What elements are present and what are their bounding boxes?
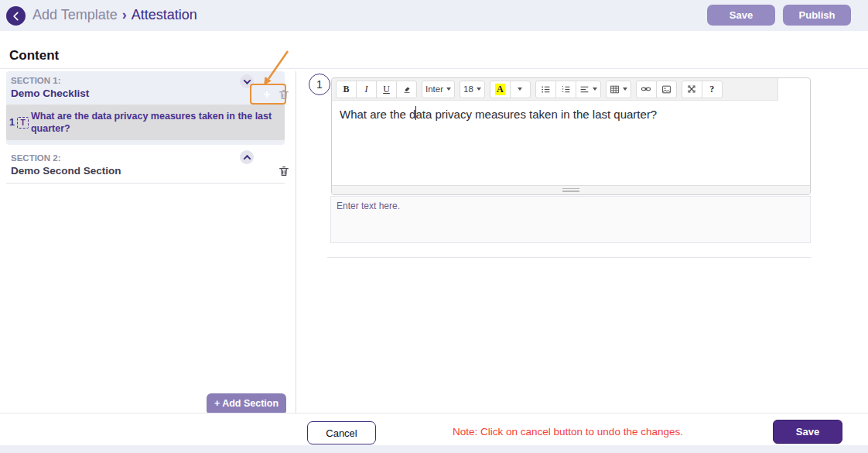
question-item[interactable]: 1 T What are the data privacy measures t…	[6, 105, 285, 140]
caret-down-icon	[623, 88, 627, 91]
text-cursor	[415, 106, 416, 120]
font-color-button[interactable]: A	[490, 81, 511, 98]
font-family-group: Inter	[422, 81, 455, 98]
font-family-dropdown[interactable]: Inter	[422, 81, 455, 98]
editor-divider	[327, 257, 811, 258]
caret-down-icon	[593, 88, 597, 91]
font-family-value: Inter	[425, 84, 443, 94]
font-size-group: 18	[460, 81, 485, 98]
align-left-icon	[579, 84, 589, 94]
fullscreen-button[interactable]	[682, 81, 702, 98]
caret-down-icon	[477, 88, 481, 91]
editor-content[interactable]: What are the data privacy measures taken…	[332, 101, 810, 187]
font-color-dropdown[interactable]	[510, 81, 531, 98]
bold-button[interactable]: B	[336, 81, 357, 98]
section-card-2: SECTION 2: Demo Second Section	[6, 149, 285, 184]
footer-note: Note: Click on cancel button to undo the…	[453, 426, 683, 438]
help-button[interactable]: ?	[702, 81, 723, 98]
table-icon	[610, 84, 620, 94]
section-1-name: Demo Checklist	[11, 88, 89, 99]
caret-down-icon	[446, 88, 451, 91]
link-button[interactable]	[636, 81, 657, 98]
breadcrumb: Add Template›Attestation	[32, 7, 197, 23]
header-bar: Add Template›Attestation Save Publish	[0, 0, 868, 31]
question-prefix: 1 T	[6, 117, 31, 129]
section-2-name: Demo Second Section	[11, 165, 121, 177]
chevron-up-icon	[243, 154, 251, 162]
font-size-value: 18	[463, 84, 473, 94]
font-color-icon: A	[495, 84, 505, 95]
bottom-strip	[0, 445, 868, 453]
clear-format-button[interactable]	[396, 81, 417, 98]
link-icon	[641, 84, 651, 94]
list-ol-icon	[561, 84, 571, 94]
add-template-page: Add Template›Attestation Save Publish Co…	[0, 0, 868, 453]
section-1-delete-button[interactable]	[278, 88, 290, 101]
section-2-delete-button[interactable]	[278, 165, 290, 177]
color-group: A	[490, 81, 531, 98]
list-ul-icon	[541, 84, 551, 94]
insert-group	[636, 81, 677, 98]
section-2-label: SECTION 2:	[11, 153, 61, 163]
breadcrumb-separator: ›	[122, 7, 127, 22]
question-text: What are the data privacy measures taken…	[31, 110, 280, 135]
rich-text-editor: B I U Inter 18	[331, 77, 811, 195]
section-1-add-question-button[interactable]	[261, 88, 273, 101]
text-type-icon: T	[17, 117, 29, 129]
image-icon	[661, 84, 672, 94]
trash-icon	[278, 88, 290, 101]
italic-button[interactable]: I	[356, 81, 377, 98]
image-button[interactable]	[656, 81, 677, 98]
breadcrumb-current: Attestation	[132, 7, 197, 22]
section-2-add-question-button[interactable]	[261, 165, 273, 177]
section-1-collapse-button[interactable]	[240, 74, 254, 88]
misc-group: ?	[682, 81, 723, 98]
answer-text-input[interactable]	[330, 196, 811, 243]
resize-grip-icon	[562, 188, 579, 192]
unordered-list-button[interactable]	[535, 81, 556, 98]
style-group: B I U	[336, 81, 417, 98]
section-card-1: SECTION 1: Demo Checklist 1 T What are t…	[6, 71, 285, 145]
editor-resize-bar[interactable]	[332, 185, 810, 194]
header-publish-button[interactable]: Publish	[783, 5, 851, 26]
breadcrumb-parent[interactable]: Add Template	[32, 7, 118, 22]
page-title: Content	[9, 48, 59, 63]
eraser-icon	[402, 84, 412, 94]
question-step-badge: 1	[309, 74, 330, 95]
section-2-collapse-button[interactable]	[240, 150, 254, 164]
table-group	[606, 81, 631, 98]
paragraph-group	[535, 81, 601, 98]
sections-panel: SECTION 1: Demo Checklist 1 T What are t…	[0, 71, 296, 413]
question-number: 1	[9, 117, 15, 128]
caret-down-icon	[518, 88, 522, 91]
footer-bar: Cancel Note: Click on cancel button to u…	[0, 413, 868, 445]
title-divider	[0, 68, 868, 69]
header-save-button[interactable]: Save	[707, 5, 775, 26]
chevron-down-icon	[243, 77, 251, 84]
arrow-left-icon	[11, 11, 22, 22]
back-button[interactable]	[6, 6, 26, 26]
ordered-list-button[interactable]	[555, 81, 576, 98]
editor-toolbar: B I U Inter 18	[332, 78, 778, 101]
trash-icon	[278, 165, 290, 177]
footer-save-button[interactable]: Save	[773, 420, 842, 444]
header-actions: Save Publish	[707, 5, 851, 26]
fullscreen-icon	[687, 84, 696, 94]
paragraph-align-dropdown[interactable]	[576, 81, 601, 98]
section-1-label: SECTION 1:	[11, 76, 61, 85]
font-size-dropdown[interactable]: 18	[460, 81, 485, 98]
add-section-button[interactable]: + Add Section	[207, 393, 286, 414]
cancel-button[interactable]: Cancel	[307, 421, 376, 444]
underline-button[interactable]: U	[376, 81, 397, 98]
table-dropdown[interactable]	[606, 81, 631, 98]
